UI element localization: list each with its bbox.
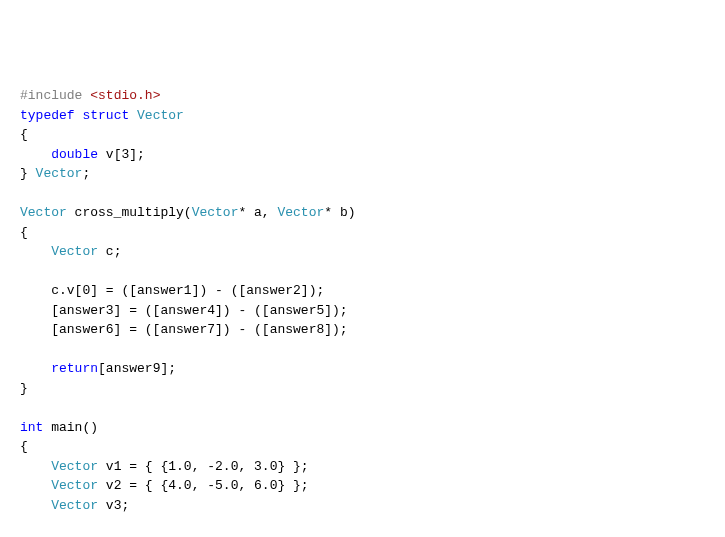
local-type: Vector bbox=[51, 244, 98, 259]
param-type-b: Vector bbox=[277, 205, 324, 220]
brace-open: { bbox=[20, 127, 28, 142]
field-v: v[3]; bbox=[98, 147, 145, 162]
include-header: <stdio.h> bbox=[90, 88, 160, 103]
param-type-a: Vector bbox=[192, 205, 239, 220]
semicolon: ; bbox=[82, 166, 90, 181]
code-block: #include <stdio.h> typedef struct Vector… bbox=[20, 86, 717, 537]
v1-type: Vector bbox=[51, 459, 98, 474]
fn-brace-close: } bbox=[20, 381, 28, 396]
keyword-int: int bbox=[20, 420, 43, 435]
code-line-answer-6-7-8: [answer6] = ([answer7]) - ([answer8]); bbox=[20, 322, 348, 337]
keyword-return: return bbox=[51, 361, 98, 376]
local-c: c; bbox=[98, 244, 121, 259]
fn-name: cross_multiply( bbox=[67, 205, 192, 220]
code-line-answer-3-4-5: [answer3] = ([answer4]) - ([answer5]); bbox=[20, 303, 348, 318]
main-fn: main() bbox=[43, 420, 98, 435]
code-line-answer-1-2: c.v[0] = ([answer1]) - ([answer2]); bbox=[20, 283, 324, 298]
preprocessor: #include bbox=[20, 88, 82, 103]
fn-brace-open: { bbox=[20, 225, 28, 240]
param-a: * a, bbox=[238, 205, 277, 220]
v1-decl: v1 = { {1.0, -2.0, 3.0} }; bbox=[98, 459, 309, 474]
v2-type: Vector bbox=[51, 478, 98, 493]
keyword-typedef: typedef bbox=[20, 108, 75, 123]
type-vector: Vector bbox=[137, 108, 184, 123]
return-answer-9: [answer9]; bbox=[98, 361, 176, 376]
keyword-struct: struct bbox=[82, 108, 129, 123]
v3-decl: v3; bbox=[98, 498, 129, 513]
return-type: Vector bbox=[20, 205, 67, 220]
param-b: * b) bbox=[324, 205, 355, 220]
type-alias: Vector bbox=[36, 166, 83, 181]
v2-decl: v2 = { {4.0, -5.0, 6.0} }; bbox=[98, 478, 309, 493]
brace-close: } bbox=[20, 166, 36, 181]
keyword-double: double bbox=[51, 147, 98, 162]
v3-type: Vector bbox=[51, 498, 98, 513]
main-brace-open: { bbox=[20, 439, 28, 454]
